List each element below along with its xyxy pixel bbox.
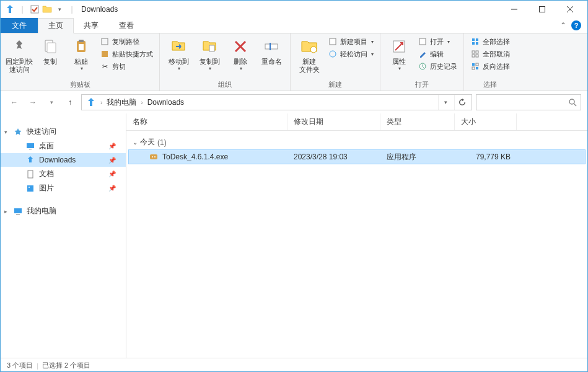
delete-button[interactable]: 删除▾	[226, 35, 255, 73]
sidebar: ▾ 快速访问 桌面📌 Downloads📌 文档📌 图片📌 ▸ 我的电脑	[1, 113, 126, 358]
svg-rect-9	[79, 44, 84, 50]
copy-button[interactable]: 复制	[35, 35, 65, 67]
group-label-clipboard: 剪贴板	[4, 79, 156, 89]
paste-button[interactable]: 粘贴 ▾	[66, 35, 96, 73]
crumb-root[interactable]: 我的电脑	[105, 97, 138, 108]
chevron-down-icon[interactable]: ⌄	[133, 139, 138, 146]
open-button[interactable]: 打开▾	[415, 35, 460, 48]
column-type[interactable]: 类型	[380, 113, 455, 130]
crumb-root-icon[interactable]	[84, 97, 98, 107]
title-bar: | ▾ | Downloads	[1, 1, 587, 18]
help-icon[interactable]: ?	[571, 20, 581, 30]
desktop-icon	[25, 141, 35, 151]
chevron-right-icon[interactable]: ›	[139, 99, 144, 106]
svg-rect-11	[102, 51, 108, 57]
svg-rect-29	[472, 55, 475, 57]
picture-icon	[25, 184, 35, 193]
file-area[interactable]: ⌄ 今天 (1) ToDesk_4.6.1.4.exe 2023/3/28 19…	[126, 131, 587, 358]
properties-button[interactable]: 属性▾	[384, 35, 414, 73]
tab-view[interactable]: 查看	[109, 18, 144, 33]
history-button[interactable]: 历史记录	[415, 60, 460, 73]
maximize-button[interactable]	[528, 1, 556, 18]
column-name[interactable]: 名称	[126, 113, 287, 130]
svg-rect-34	[472, 67, 475, 69]
svg-rect-23	[472, 38, 475, 41]
recent-locations-button[interactable]: ▾	[44, 95, 59, 110]
ribbon-group-select: 全部选择 全部取消 反向选择 选择	[464, 33, 516, 91]
copy-to-button[interactable]: 复制到▾	[195, 35, 224, 73]
invert-selection-button[interactable]: 反向选择	[468, 60, 512, 73]
pin-quick-access-button[interactable]: 固定到快 速访问	[4, 35, 34, 75]
move-to-button[interactable]: 移动到▾	[164, 35, 193, 73]
up-button[interactable]: ↑	[63, 95, 77, 110]
svg-point-35	[569, 99, 574, 104]
svg-point-46	[154, 156, 156, 157]
svg-line-36	[574, 104, 576, 106]
address-bar[interactable]: › 我的电脑 › Downloads ▾	[81, 94, 472, 110]
file-tab[interactable]: 文件	[1, 18, 38, 33]
crumb-downloads[interactable]: Downloads	[146, 98, 186, 107]
address-dropdown-button[interactable]: ▾	[438, 95, 453, 110]
select-all-button[interactable]: 全部选择	[468, 35, 512, 48]
group-today[interactable]: ⌄ 今天 (1)	[126, 135, 587, 150]
back-button[interactable]: ←	[7, 95, 22, 110]
sidebar-pictures[interactable]: 图片📌	[1, 181, 126, 195]
refresh-button[interactable]	[454, 95, 469, 110]
file-date: 2023/3/28 19:03	[287, 153, 380, 161]
dropdown-icon[interactable]: ▾	[54, 4, 65, 15]
file-type: 应用程序	[380, 152, 455, 162]
edit-button[interactable]: 编辑	[415, 48, 460, 60]
sidebar-quick-access[interactable]: ▾ 快速访问	[1, 125, 126, 139]
cut-button[interactable]: ✂剪切	[97, 60, 156, 73]
svg-rect-43	[16, 214, 20, 215]
column-headers: 名称 修改日期 类型 大小	[126, 113, 587, 131]
status-bar: 3 个项目 | 已选择 2 个项目	[1, 358, 587, 372]
svg-rect-27	[472, 51, 475, 53]
paste-shortcut-button[interactable]: 粘贴快捷方式	[97, 48, 156, 60]
sidebar-desktop[interactable]: 桌面📌	[1, 139, 126, 153]
svg-rect-37	[27, 143, 34, 148]
sidebar-this-pc[interactable]: ▸ 我的电脑	[1, 204, 126, 218]
column-date[interactable]: 修改日期	[287, 113, 380, 130]
svg-rect-32	[476, 67, 478, 69]
app-icon	[4, 4, 15, 15]
chevron-right-icon[interactable]: ›	[99, 99, 103, 106]
pin-icon: 📌	[108, 185, 121, 192]
new-folder-button[interactable]: 新建 文件夹	[294, 35, 324, 75]
svg-rect-31	[472, 63, 475, 66]
new-item-button[interactable]: 新建项目▾	[325, 35, 376, 48]
svg-rect-12	[209, 45, 214, 51]
svg-rect-6	[47, 43, 56, 53]
group-label-organize: 组织	[164, 79, 286, 89]
ribbon-group-new: 新建 文件夹 新建项目▾ 轻松访问▾ 新建	[291, 33, 380, 91]
main-area: ▾ 快速访问 桌面📌 Downloads📌 文档📌 图片📌 ▸ 我的电脑	[1, 113, 587, 358]
column-size[interactable]: 大小	[455, 113, 517, 130]
copy-path-button[interactable]: 复制路径	[97, 35, 156, 48]
sidebar-documents[interactable]: 文档📌	[1, 167, 126, 181]
select-none-button[interactable]: 全部取消	[468, 48, 512, 60]
tab-share[interactable]: 共享	[74, 18, 109, 33]
sidebar-downloads[interactable]: Downloads📌	[1, 153, 126, 167]
pin-icon: 📌	[108, 170, 121, 177]
svg-point-19	[330, 51, 336, 57]
checkbox-icon[interactable]	[29, 4, 40, 15]
star-icon	[13, 127, 23, 137]
forward-button[interactable]: →	[25, 95, 40, 110]
group-label-select: 选择	[468, 79, 512, 89]
file-row[interactable]: ToDesk_4.6.1.4.exe 2023/3/28 19:03 应用程序 …	[129, 150, 585, 164]
svg-point-17	[310, 46, 317, 53]
group-label-new: 新建	[294, 79, 376, 89]
minimize-button[interactable]	[500, 1, 528, 18]
svg-rect-0	[31, 6, 38, 13]
tab-home[interactable]: 主页	[38, 18, 74, 33]
close-button[interactable]	[556, 1, 584, 18]
ribbon-toggle-icon[interactable]: ⌃	[560, 21, 566, 30]
rename-button[interactable]: 重命名	[257, 35, 286, 67]
svg-rect-40	[27, 185, 33, 192]
search-input[interactable]	[476, 94, 581, 110]
svg-rect-10	[102, 38, 108, 45]
ribbon-tabs: 文件 主页 共享 查看 ⌃ ?	[1, 18, 587, 33]
svg-point-41	[29, 187, 30, 188]
easy-access-button[interactable]: 轻松访问▾	[325, 48, 376, 60]
svg-rect-2	[539, 7, 545, 12]
